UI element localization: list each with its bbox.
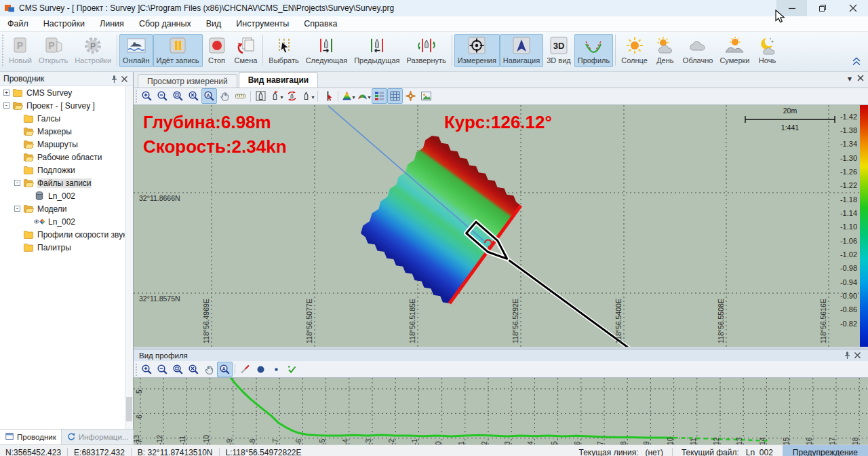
recording-pause-icon: [167, 36, 188, 56]
explorer-tab-0[interactable]: Проводник: [0, 430, 62, 444]
map-zoom-in-button[interactable]: [139, 88, 155, 104]
идёт-запись-button[interactable]: Идёт запись: [153, 34, 203, 67]
измерения-button[interactable]: Измерения: [454, 34, 500, 67]
color-swath-icon: [357, 90, 368, 102]
предыдущая-button[interactable]: Предыдущая: [351, 34, 403, 67]
map-pick-line-button[interactable]: [320, 88, 336, 104]
expand-toggle-icon[interactable]: +: [3, 90, 9, 96]
tree-item-файлы-записи[interactable]: -Файлы записи: [0, 176, 133, 189]
tree-item-ln-002[interactable]: +Ln_002: [0, 215, 133, 228]
map-boat-select-button[interactable]: ▾: [300, 88, 315, 104]
tree-item-ln-002[interactable]: +Ln_002: [0, 189, 133, 202]
collapse-toggle-icon[interactable]: -: [14, 206, 20, 212]
profile-depth-line-button[interactable]: [237, 362, 253, 377]
tree-item-маркеры[interactable]: +Маркеры: [0, 125, 133, 138]
map-image-button[interactable]: [418, 88, 434, 104]
panel-menu-caret-icon[interactable]: ▾: [848, 74, 852, 83]
смена-button[interactable]: Смена: [231, 34, 261, 67]
tree-item-проект-survey-[interactable]: -Проект - [ Survey ]: [0, 99, 133, 112]
folder-open-icon: [12, 100, 24, 111]
profile-point-small-button[interactable]: [269, 362, 284, 377]
map-pan-hand-button[interactable]: [217, 88, 233, 104]
profile-zoom-region-button[interactable]: A: [217, 362, 233, 377]
profile-zoom-window-button[interactable]: [170, 362, 186, 377]
map-color-cone-button[interactable]: ▾: [340, 88, 356, 104]
panel-close-icon[interactable]: [857, 74, 864, 83]
explorer-tab-label: Информаци...: [79, 433, 129, 441]
map-color-legend-button[interactable]: [372, 88, 387, 104]
tree-scrollbar[interactable]: [125, 86, 133, 429]
navigation-map-canvas[interactable]: Глубина:6.98m Скорость:2.34kn Курс:126.1…: [134, 105, 868, 347]
сумерки-button[interactable]: Сумерки: [716, 34, 753, 67]
menu-4[interactable]: Вид: [199, 18, 229, 30]
map-zoom-window-button[interactable]: [170, 88, 186, 104]
close-panel-icon[interactable]: [852, 351, 863, 360]
map-boat-mark-button[interactable]: ▾: [269, 88, 284, 104]
открыть-button[interactable]: PОткрыть: [35, 34, 71, 67]
profile-zoom-in-button[interactable]: [139, 362, 155, 377]
tab-navigation-view[interactable]: Вид навигации: [239, 72, 318, 88]
развернуть-button[interactable]: Развернуть: [403, 34, 449, 67]
выбрать-button[interactable]: Выбрать: [265, 34, 302, 67]
profile-pan-hand-button[interactable]: [201, 362, 217, 377]
close-button[interactable]: [837, 0, 868, 16]
toolbar-button-label: Выбрать: [269, 56, 298, 64]
солнце-button[interactable]: Солнце: [618, 34, 651, 67]
warning-status-badge[interactable]: Предупреждение: [783, 445, 868, 456]
tree-item-подложки[interactable]: +Подложки: [0, 164, 133, 176]
profile-zoom-out-button[interactable]: [155, 362, 170, 377]
стоп-button[interactable]: Стоп: [203, 34, 231, 67]
pin-icon[interactable]: [842, 351, 852, 360]
онлайн-button[interactable]: Онлайн: [119, 34, 153, 67]
collapse-toggle-icon[interactable]: -: [3, 102, 9, 109]
map-compass-button[interactable]: [403, 88, 418, 104]
menu-0[interactable]: Файл: [0, 18, 36, 30]
tree-item-cms-survey[interactable]: +CMS Survey: [0, 86, 133, 99]
навигация-button[interactable]: Навигация: [500, 34, 543, 67]
3d-вид-button[interactable]: 3D3D вид: [543, 34, 574, 67]
map-follow-boat-button[interactable]: [253, 88, 269, 104]
menu-1[interactable]: Настройки: [36, 18, 92, 30]
close-panel-icon[interactable]: [119, 74, 130, 83]
refresh-icon: [66, 432, 76, 442]
explorer-tab-1[interactable]: Информаци...: [62, 430, 134, 444]
tree-item-модели[interactable]: -Модели: [0, 202, 133, 215]
profile-accept-check-button[interactable]: [284, 362, 300, 377]
menu-6[interactable]: Справка: [296, 18, 344, 30]
профиль-button[interactable]: Профиль: [574, 34, 614, 67]
collapse-toggle-icon[interactable]: -: [14, 180, 20, 186]
toolbar-button-label: Стоп: [208, 56, 225, 64]
map-rotate-boat-button[interactable]: [284, 88, 300, 104]
toolbar-button-label: Профиль: [578, 56, 610, 64]
map-zoom-extent-button[interactable]: [186, 88, 201, 104]
облачно-button[interactable]: Облачно: [679, 34, 717, 67]
profile-chart[interactable]: -13-12-11-10-9-8-7-6-5-4-3-2-10123456789…: [134, 378, 868, 444]
ночь-button[interactable]: Ночь: [753, 34, 782, 67]
menu-5[interactable]: Инструменты: [229, 18, 296, 30]
menu-2[interactable]: Линия: [92, 18, 132, 30]
map-color-swath-button[interactable]: ▾: [356, 88, 372, 104]
profile-point-large-button[interactable]: [253, 362, 269, 377]
pin-icon[interactable]: [109, 74, 119, 83]
current-line-value: (нет): [646, 448, 663, 456]
profile-zoom-extent-button[interactable]: [186, 362, 201, 377]
map-measure-ruler-button[interactable]: [233, 88, 248, 104]
новый-button[interactable]: PНовый: [5, 34, 35, 67]
menu-3[interactable]: Сбор данных: [132, 18, 199, 30]
tree-item-рабочие-области[interactable]: +Рабочие области: [0, 151, 133, 164]
tree-item-галсы[interactable]: +Галсы: [0, 112, 133, 125]
tree-item-label: Галсы: [37, 114, 60, 124]
настройки-button[interactable]: PНастройки: [71, 34, 115, 67]
день-button[interactable]: День: [651, 34, 679, 67]
restore-button[interactable]: [807, 0, 837, 16]
tree-item-маршруты[interactable]: +Маршруты: [0, 138, 133, 151]
следующая-button[interactable]: Следующая: [302, 34, 351, 67]
tab-measurement-view[interactable]: Просмотр измерений: [138, 74, 237, 88]
map-zoom-out-button[interactable]: [155, 88, 170, 104]
collapse-ribbon-button[interactable]: [850, 56, 863, 69]
map-grid-button[interactable]: [387, 88, 403, 104]
tree-item-профили-скорости-звук[interactable]: +Профили скорости звук: [0, 228, 133, 241]
minimize-button[interactable]: [776, 0, 807, 16]
tree-item-палитры[interactable]: +Палитры: [0, 241, 133, 254]
map-zoom-region-button[interactable]: A: [201, 88, 217, 104]
